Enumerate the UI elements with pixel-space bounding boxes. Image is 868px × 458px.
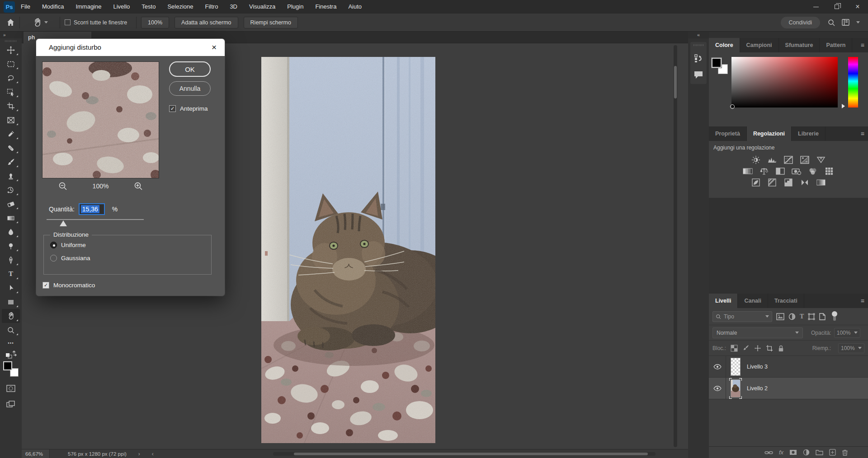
panel-grip[interactable] bbox=[693, 44, 703, 46]
edit-toolbar-ellipsis[interactable]: ••• bbox=[2, 337, 20, 349]
hue-slider[interactable] bbox=[848, 57, 858, 107]
blend-mode-select[interactable]: Normale bbox=[712, 327, 803, 338]
menu-modifica[interactable]: Modifica bbox=[36, 0, 70, 14]
pen-tool[interactable] bbox=[2, 253, 20, 267]
menu-plugin[interactable]: Plugin bbox=[281, 0, 309, 14]
path-selection-tool[interactable] bbox=[2, 281, 20, 295]
history-panel-icon[interactable] bbox=[693, 53, 703, 63]
lock-artboard-icon[interactable] bbox=[766, 345, 773, 352]
tab-proprieta[interactable]: Proprietà bbox=[709, 126, 747, 141]
tool-preset-hand[interactable] bbox=[33, 18, 48, 28]
document-image[interactable] bbox=[261, 57, 435, 443]
quick-mask-icon[interactable] bbox=[2, 381, 20, 395]
filter-type-layers-icon[interactable]: T bbox=[800, 313, 804, 320]
new-adjustment-layer-icon[interactable] bbox=[803, 449, 810, 456]
dock-collapse-icon[interactable]: « bbox=[688, 32, 709, 38]
uniform-option[interactable]: Uniforme bbox=[50, 242, 211, 248]
photo-filter-icon[interactable] bbox=[792, 167, 802, 175]
layer-effects-icon[interactable]: fx bbox=[779, 449, 783, 456]
ok-button[interactable]: OK bbox=[169, 61, 211, 77]
dialog-close-button[interactable]: × bbox=[212, 39, 217, 56]
scroll-all-windows-checkbox[interactable] bbox=[65, 19, 71, 25]
saturation-brightness-field[interactable] bbox=[731, 57, 838, 107]
menu-finestra[interactable]: Finestra bbox=[309, 0, 342, 14]
tab-librerie[interactable]: Librerie bbox=[792, 126, 826, 141]
opacity-field[interactable]: 100% bbox=[834, 328, 860, 338]
horizontal-scrollbar[interactable] bbox=[273, 452, 656, 456]
brightness-contrast-icon[interactable] bbox=[751, 156, 761, 164]
new-group-icon[interactable] bbox=[816, 449, 823, 455]
eraser-tool[interactable] bbox=[2, 197, 20, 211]
foreground-color-swatch[interactable] bbox=[712, 58, 722, 68]
amount-slider-track[interactable] bbox=[47, 219, 144, 220]
rectangle-tool[interactable] bbox=[2, 295, 20, 309]
rectangular-marquee-tool[interactable] bbox=[2, 57, 20, 71]
horizontal-scrollbar-thumb[interactable] bbox=[294, 453, 648, 455]
hue-saturation-icon[interactable] bbox=[743, 167, 753, 175]
menu-selezione[interactable]: Selezione bbox=[161, 0, 199, 14]
blur-tool[interactable] bbox=[2, 225, 20, 239]
brush-tool[interactable] bbox=[2, 155, 20, 169]
menu-testo[interactable]: Testo bbox=[136, 0, 161, 14]
home-icon[interactable] bbox=[6, 18, 15, 27]
black-white-icon[interactable] bbox=[775, 167, 785, 175]
dodge-tool[interactable] bbox=[2, 239, 20, 253]
exposure-icon[interactable] bbox=[800, 156, 810, 164]
minimize-button[interactable] bbox=[806, 0, 826, 14]
lock-all-icon[interactable] bbox=[778, 345, 784, 352]
layer-visibility-toggle[interactable] bbox=[709, 356, 726, 377]
share-button[interactable]: Condividi bbox=[781, 17, 820, 28]
add-layer-mask-icon[interactable] bbox=[789, 449, 797, 455]
cancel-button[interactable]: Annulla bbox=[169, 81, 211, 96]
close-button[interactable]: × bbox=[847, 0, 868, 14]
restore-button[interactable] bbox=[826, 0, 847, 14]
status-zoom-field[interactable]: 66,67% bbox=[22, 449, 50, 458]
tab-canali[interactable]: Canali bbox=[738, 294, 768, 308]
screen-mode-icon[interactable] bbox=[2, 397, 20, 411]
tab-sfumature[interactable]: Sfumature bbox=[779, 38, 820, 52]
delete-layer-icon[interactable] bbox=[842, 449, 848, 456]
menu-3d[interactable]: 3D bbox=[224, 0, 243, 14]
lock-transparency-icon[interactable] bbox=[731, 345, 738, 352]
threshold-icon[interactable] bbox=[783, 178, 793, 187]
fit-screen-button[interactable]: Adatta allo schermo bbox=[175, 17, 238, 28]
object-selection-tool[interactable] bbox=[2, 85, 20, 99]
radio-selected-icon[interactable] bbox=[50, 242, 57, 248]
layer-name[interactable]: Livello 3 bbox=[747, 364, 768, 370]
panel-menu-icon[interactable]: ≡ bbox=[861, 38, 864, 52]
toolbar-collapse-icon[interactable]: » bbox=[0, 32, 22, 38]
menu-livello[interactable]: Livello bbox=[107, 0, 136, 14]
filter-adjustment-layers-icon[interactable] bbox=[788, 313, 796, 320]
dialog-titlebar[interactable]: Aggiungi disturbo × bbox=[36, 39, 225, 56]
zoom-out-icon[interactable] bbox=[58, 182, 67, 191]
layer-thumbnail[interactable] bbox=[731, 358, 741, 376]
channel-mixer-icon[interactable] bbox=[808, 167, 818, 175]
foreground-color-swatch[interactable] bbox=[3, 361, 12, 370]
panel-menu-icon[interactable]: ≡ bbox=[861, 294, 864, 308]
radio-unselected-icon[interactable] bbox=[50, 255, 57, 262]
layer-filter-toggle[interactable] bbox=[831, 311, 838, 322]
crop-tool[interactable] bbox=[2, 99, 20, 113]
amount-slider-thumb[interactable] bbox=[60, 220, 67, 226]
filter-pixel-layers-icon[interactable] bbox=[776, 313, 784, 320]
tab-tracciati[interactable]: Tracciati bbox=[768, 294, 804, 308]
workspace-icon[interactable] bbox=[842, 19, 850, 26]
menu-immagine[interactable]: Immagine bbox=[70, 0, 107, 14]
vertical-scrollbar-thumb[interactable] bbox=[674, 66, 677, 98]
foreground-background-swatches[interactable] bbox=[3, 361, 19, 377]
panel-menu-icon[interactable]: ≡ bbox=[861, 126, 864, 141]
menu-filtro[interactable]: Filtro bbox=[199, 0, 224, 14]
spot-healing-brush-tool[interactable] bbox=[2, 141, 20, 155]
tab-campioni[interactable]: Campioni bbox=[740, 38, 779, 52]
eyedropper-tool[interactable] bbox=[2, 127, 20, 141]
hue-slider-arrow[interactable] bbox=[842, 104, 847, 108]
layer-row-livello-3[interactable]: Livello 3 bbox=[709, 356, 868, 378]
scroll-left-icon[interactable]: ‹ bbox=[152, 451, 154, 457]
levels-icon[interactable] bbox=[767, 156, 777, 164]
menu-visualizza[interactable]: Visualizza bbox=[243, 0, 281, 14]
layer-thumbnail[interactable] bbox=[731, 379, 741, 397]
noise-preview[interactable] bbox=[42, 61, 159, 178]
toolbar-grip[interactable] bbox=[5, 40, 17, 42]
chevron-down-icon[interactable] bbox=[856, 21, 860, 25]
fill-field[interactable]: 100% bbox=[838, 343, 864, 353]
